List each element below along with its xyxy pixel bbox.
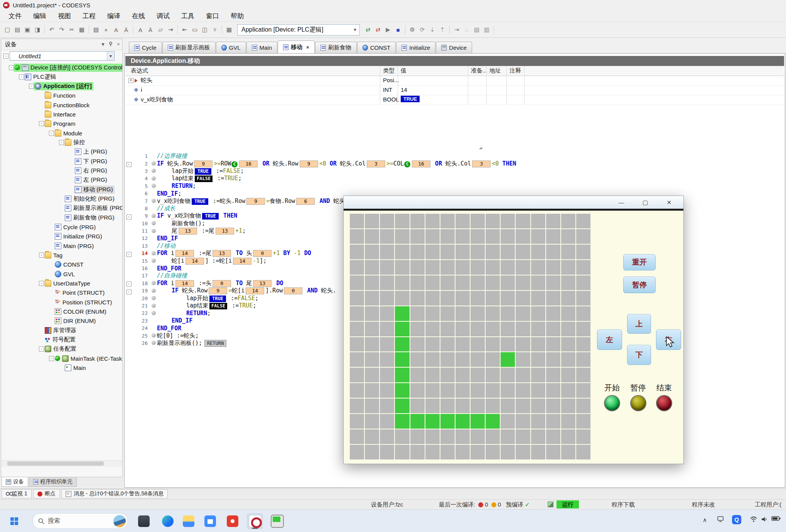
dock-tab-devices[interactable]: 设备: [2, 477, 28, 487]
restart-button[interactable]: 重开: [623, 254, 656, 270]
tab-刷新食物[interactable]: 刷新食物: [315, 42, 357, 53]
menu-item-编译[interactable]: 编译: [103, 11, 125, 21]
minimize-icon[interactable]: —: [614, 198, 629, 207]
menu-item-视图[interactable]: 视图: [53, 11, 76, 21]
search-daily-image[interactable]: [113, 515, 126, 527]
tree-item-MainTask-IEC-Tasks-[interactable]: -MainTask (IEC-Tasks): [1, 354, 122, 363]
tree-item-左-PRG-[interactable]: 左 (PRG): [1, 176, 122, 185]
menu-item-工具[interactable]: 工具: [177, 11, 199, 21]
pause-button[interactable]: 暂停: [623, 277, 656, 293]
menu-item-帮助[interactable]: 帮助: [226, 11, 248, 21]
tree-expander[interactable]: -: [3, 54, 8, 59]
splitter-arrows-icon[interactable]: ▴▾: [479, 146, 482, 150]
paste-icon[interactable]: ▧: [91, 25, 101, 34]
open-project-icon[interactable]: ▤: [13, 25, 22, 34]
tree-expander[interactable]: -: [39, 346, 44, 351]
tree-item-FunctionBlock[interactable]: FunctionBlock: [1, 100, 122, 110]
tree-item-Position-STRUCT-[interactable]: Position (STRUCT): [1, 297, 122, 307]
code-line-5[interactable]: 5RETURN;: [125, 182, 784, 190]
col-prepared[interactable]: 准备...: [471, 67, 487, 74]
stop-icon[interactable]: ■: [393, 25, 403, 34]
tree-item-下-PRG-[interactable]: 下 (PRG): [1, 157, 122, 166]
tree-expander[interactable]: -: [49, 131, 54, 136]
tree-item-PLC逻辑[interactable]: -PLC逻辑: [1, 72, 122, 81]
tree-expander[interactable]: -: [59, 140, 64, 145]
menu-item-调试[interactable]: 调试: [152, 11, 174, 21]
col-comment[interactable]: 注释: [509, 67, 521, 74]
code-line-4[interactable]: 4lap结束FALSE :=TRUE;: [125, 175, 784, 182]
maximize-icon[interactable]: ▢: [638, 198, 653, 207]
tab-Main[interactable]: Main: [246, 42, 278, 53]
tab-Initialize[interactable]: Initialize: [396, 42, 435, 53]
watch-expander[interactable]: +: [128, 78, 133, 83]
col-address[interactable]: 地址: [489, 67, 501, 74]
print-icon[interactable]: ◨: [33, 25, 42, 34]
menu-item-编辑[interactable]: 编辑: [29, 11, 51, 21]
tab-messages[interactable]: 消息 - 总计0个错误,0个警告,58条消息: [61, 489, 168, 498]
tree-expander[interactable]: -: [9, 65, 14, 70]
tab-Cycle[interactable]: Cycle: [129, 42, 162, 53]
step-out-icon[interactable]: ⇡: [438, 25, 447, 34]
tray-battery-icon[interactable]: [771, 516, 781, 522]
taskbar-search[interactable]: 搜索: [32, 513, 128, 529]
project-node-combo[interactable]: Untitled1 ▼: [10, 51, 115, 61]
chevron-down-icon[interactable]: ▼: [107, 52, 114, 60]
start-button[interactable]: [6, 513, 22, 529]
fold-expander[interactable]: -: [127, 252, 132, 257]
tree-item-刷新食物-PRG-[interactable]: 刷新食物 (PRG): [1, 213, 122, 222]
taskbar-app-codesys[interactable]: [247, 513, 263, 529]
code-line-2[interactable]: -2IF 蛇头.Row9>=ROWC16 OR 蛇头.Row9<0 OR 蛇头.…: [125, 160, 784, 167]
active-application-combo[interactable]: Application [Device: PLC逻辑]▼: [237, 24, 360, 35]
tab-刷新显示画板[interactable]: 刷新显示画板: [162, 42, 216, 53]
find-next-icon[interactable]: A: [136, 25, 145, 34]
tree-item-右-PRG-[interactable]: 右 (PRG): [1, 166, 122, 176]
frames-icon[interactable]: ▤: [472, 25, 481, 34]
tree-hscrollbar[interactable]: [1, 460, 122, 467]
visu-titlebar[interactable]: [344, 196, 683, 209]
tree-expander[interactable]: -: [19, 74, 24, 79]
tree-item-刷新显示画板-PRG-[interactable]: 刷新显示画板 (PRG): [1, 204, 122, 213]
delete-icon[interactable]: ×: [101, 25, 111, 34]
col-expression[interactable]: 表达式: [131, 67, 148, 74]
find-prev-icon[interactable]: Ä: [146, 25, 155, 34]
up-button[interactable]: 上: [627, 314, 651, 334]
tree-item-Tag[interactable]: -Tag: [1, 251, 122, 260]
undo-icon[interactable]: ↶: [47, 25, 56, 34]
save-project-icon[interactable]: ▣: [23, 25, 32, 34]
taskbar-app-explorer[interactable]: [180, 513, 197, 529]
panel-pin-icon[interactable]: [107, 42, 115, 47]
tab-GVL[interactable]: GVL: [216, 42, 246, 53]
tree-item-任务配置[interactable]: -任务配置: [1, 345, 122, 354]
tree-item-Cycle-PRG-[interactable]: Cycle (PRG): [1, 223, 122, 232]
fold-icon[interactable]: -: [125, 287, 132, 294]
tree-expander[interactable]: -: [29, 84, 34, 89]
menu-item-工程[interactable]: 工程: [78, 11, 100, 21]
panel-dropdown-icon[interactable]: ▼: [99, 42, 107, 47]
menu-item-文件[interactable]: 文件: [4, 11, 26, 21]
fold-icon[interactable]: -: [125, 250, 132, 257]
new-project-icon[interactable]: ▢: [3, 25, 12, 34]
tab-breakpoints[interactable]: 断点: [33, 489, 60, 498]
tree-item-Main-PRG-[interactable]: Main (PRG): [1, 241, 122, 250]
new-pou-icon[interactable]: ◫: [200, 25, 209, 34]
start-icon[interactable]: ▶: [383, 25, 393, 34]
step-over-icon[interactable]: ⟳: [418, 25, 427, 34]
menu-item-窗口[interactable]: 窗口: [201, 11, 224, 21]
redo-icon[interactable]: ↷: [57, 25, 66, 34]
cut-icon[interactable]: ✂: [67, 25, 76, 34]
col-value[interactable]: 值: [401, 67, 406, 74]
code-line-1[interactable]: 1//边界碰撞: [125, 152, 784, 160]
run-to-cursor-icon[interactable]: ⇥: [452, 25, 461, 34]
tray-network-icon[interactable]: [750, 516, 757, 524]
col-type[interactable]: 类型: [383, 67, 395, 74]
fold-icon[interactable]: -: [125, 213, 132, 220]
fold-icon[interactable]: -: [125, 160, 132, 167]
tab-close-icon[interactable]: ×: [306, 44, 309, 50]
watch-row-蛇头[interactable]: +蛇头Posi...: [125, 76, 784, 86]
wrench-icon[interactable]: ⚙: [408, 25, 417, 34]
tab-移动[interactable]: 移动×: [278, 41, 315, 53]
tree-item-符号配置[interactable]: 符号配置: [1, 335, 122, 345]
bookmark-clear-icon[interactable]: ▭: [190, 25, 199, 34]
taskbar-app-monitor[interactable]: [269, 513, 285, 529]
fold-expander[interactable]: -: [127, 289, 132, 294]
